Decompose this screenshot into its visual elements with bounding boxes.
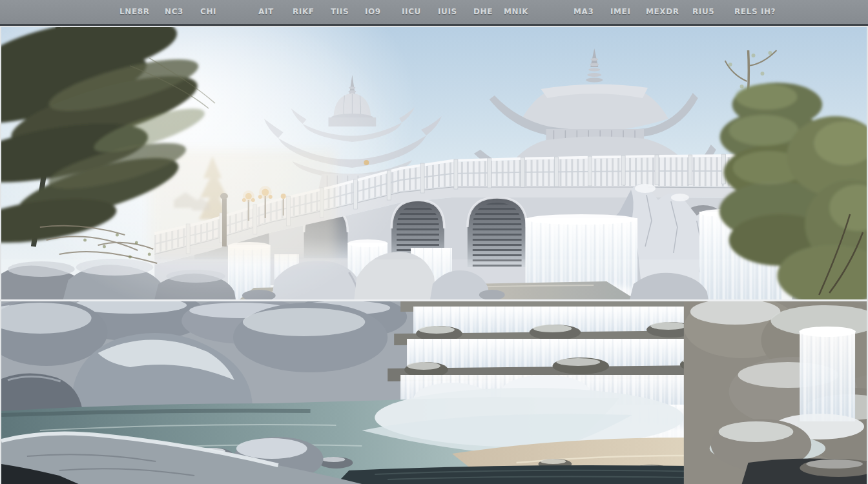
- menubar-item[interactable]: IO9: [365, 0, 381, 24]
- menubar-item[interactable]: IICU: [402, 0, 421, 24]
- menubar-item[interactable]: RELS IH?: [734, 0, 776, 24]
- screenshot: LNE8R NC3 CHI AIT RIKF TIIS IO9 IICU IUI…: [0, 0, 868, 484]
- menubar-item[interactable]: MEXDR: [646, 0, 679, 24]
- boulders-right: [684, 301, 867, 484]
- menubar-item[interactable]: CHI: [200, 0, 216, 24]
- menubar-item[interactable]: IMEI: [610, 0, 630, 24]
- menubar-item[interactable]: LNE8R: [119, 0, 149, 24]
- menubar: LNE8R NC3 CHI AIT RIKF TIIS IO9 IICU IUI…: [0, 0, 868, 24]
- artwork-image: [0, 26, 868, 484]
- menubar-item[interactable]: AIT: [258, 0, 274, 24]
- menubar-item[interactable]: RIU5: [692, 0, 714, 24]
- menubar-item[interactable]: NC3: [165, 0, 183, 24]
- menubar-item[interactable]: RIKF: [293, 0, 315, 24]
- menubar-item[interactable]: MA3: [574, 0, 594, 24]
- menubar-item[interactable]: DHE: [473, 0, 493, 24]
- menubar-item[interactable]: MNIK: [504, 0, 528, 24]
- scene-top-panel: [1, 27, 867, 299]
- menubar-item[interactable]: TIIS: [331, 0, 349, 24]
- scene-bottom-panel: [1, 301, 867, 484]
- menubar-item[interactable]: IUIS: [438, 0, 457, 24]
